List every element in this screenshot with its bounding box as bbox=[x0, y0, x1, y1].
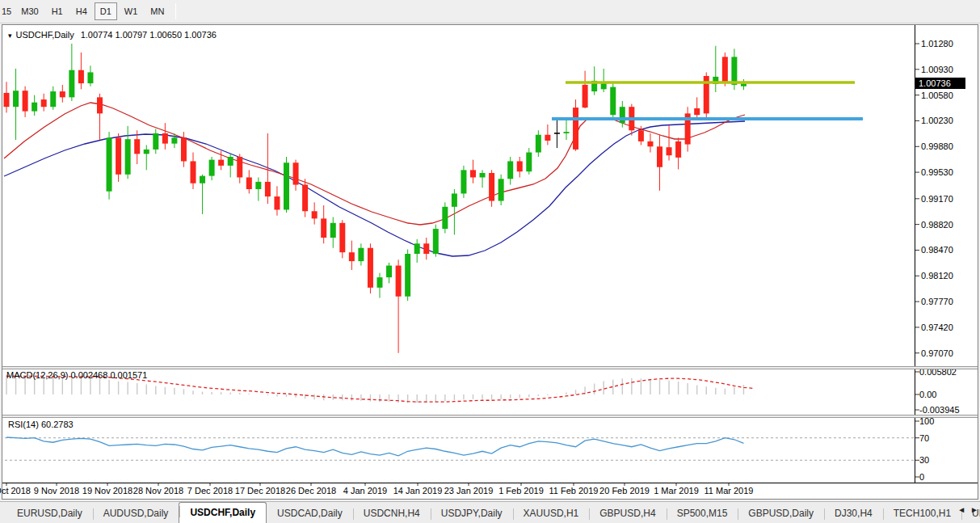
candle-body[interactable] bbox=[78, 70, 84, 83]
tab-gbpusd-h4[interactable]: GBPUSD,H4 bbox=[589, 505, 666, 523]
candle-body[interactable] bbox=[583, 85, 588, 108]
candle-body[interactable] bbox=[442, 207, 448, 229]
timeframe-button-mn[interactable]: MN bbox=[145, 2, 170, 20]
tab-scroll-left-icon[interactable]: ◄ bbox=[957, 505, 965, 514]
candle-body[interactable] bbox=[638, 130, 644, 141]
candle-body[interactable] bbox=[498, 179, 504, 200]
tab-tech100-h1[interactable]: TECH100,H1 bbox=[883, 505, 961, 523]
collapse-arrow-icon[interactable]: ▾ bbox=[8, 32, 12, 40]
candle-body[interactable] bbox=[620, 107, 625, 123]
candle-body[interactable] bbox=[564, 132, 570, 133]
candle-body[interactable] bbox=[41, 99, 47, 107]
candle-body[interactable] bbox=[368, 248, 373, 288]
tab-audusd-daily[interactable]: AUDUSD,Daily bbox=[93, 505, 179, 523]
candle-body[interactable] bbox=[116, 137, 121, 174]
candle-body[interactable] bbox=[330, 223, 336, 238]
timeframe-button-15[interactable]: 15 bbox=[1, 2, 14, 20]
candle-body[interactable] bbox=[171, 137, 177, 143]
tab-dj30-h4[interactable]: DJ30,H4 bbox=[824, 505, 883, 523]
candle-body[interactable] bbox=[60, 91, 65, 97]
timeframe-button-m30[interactable]: M30 bbox=[15, 2, 44, 20]
candle-body[interactable] bbox=[573, 108, 578, 150]
candle-body[interactable] bbox=[452, 193, 457, 206]
chart-plot-area[interactable] bbox=[0, 0, 980, 523]
candle-body[interactable] bbox=[414, 243, 420, 254]
candle-body[interactable] bbox=[312, 211, 318, 218]
candle-body[interactable] bbox=[321, 218, 326, 238]
tab-usdcad-daily[interactable]: USDCAD,Daily bbox=[267, 505, 353, 523]
candle-body[interactable] bbox=[349, 252, 355, 261]
candle-body[interactable] bbox=[97, 97, 103, 113]
pane-splitter-rsi[interactable] bbox=[2, 415, 978, 418]
candle-body[interactable] bbox=[191, 161, 196, 183]
candle-body[interactable] bbox=[200, 176, 205, 183]
candle-body[interactable] bbox=[507, 161, 513, 179]
candle-body[interactable] bbox=[545, 135, 550, 141]
candle-body[interactable] bbox=[69, 70, 74, 98]
candle-body[interactable] bbox=[423, 243, 429, 254]
candle-body[interactable] bbox=[265, 182, 271, 196]
candle-body[interactable] bbox=[209, 160, 215, 176]
candle-body[interactable] bbox=[405, 254, 410, 297]
price-axis-label: 0.98120 bbox=[921, 271, 953, 280]
candle-body[interactable] bbox=[358, 248, 364, 261]
candle-body[interactable] bbox=[601, 83, 607, 89]
candle-body[interactable] bbox=[125, 139, 131, 175]
candle-body[interactable] bbox=[722, 57, 728, 82]
candle-body[interactable] bbox=[657, 146, 662, 167]
candle-body[interactable] bbox=[461, 170, 466, 193]
candle-body[interactable] bbox=[647, 141, 653, 146]
candle-body[interactable] bbox=[536, 135, 541, 153]
tab-xauusd-h1[interactable]: XAUUSD,H1 bbox=[513, 505, 590, 523]
candle-body[interactable] bbox=[667, 147, 672, 155]
candle-body[interactable] bbox=[246, 177, 252, 189]
timeframe-button-h1[interactable]: H1 bbox=[46, 2, 69, 20]
candle-body[interactable] bbox=[433, 229, 439, 254]
candle-body[interactable] bbox=[741, 83, 747, 86]
candle-body[interactable] bbox=[218, 160, 224, 166]
tab-usdcnh-h4[interactable]: USDCNH,H4 bbox=[353, 505, 431, 523]
candle-body[interactable] bbox=[302, 185, 308, 212]
candle-body[interactable] bbox=[181, 137, 187, 161]
candle-body[interactable] bbox=[32, 103, 37, 112]
candle-body[interactable] bbox=[284, 162, 289, 209]
pane-splitter-macd[interactable] bbox=[2, 366, 978, 369]
candle-body[interactable] bbox=[396, 266, 402, 297]
candle-body[interactable] bbox=[13, 91, 19, 107]
timeframe-button-d1[interactable]: D1 bbox=[95, 2, 117, 20]
candle-body[interactable] bbox=[23, 91, 28, 111]
candle-body[interactable] bbox=[489, 173, 494, 201]
tab-gbpusd-daily[interactable]: GBPUSD,Daily bbox=[738, 505, 824, 523]
candle-body[interactable] bbox=[153, 133, 158, 150]
candle-body[interactable] bbox=[470, 170, 476, 177]
candle-body[interactable] bbox=[144, 150, 149, 154]
tab-eurusd-daily[interactable]: EURUSD,Daily bbox=[6, 505, 93, 523]
candle-body[interactable] bbox=[339, 223, 345, 252]
candle-body[interactable] bbox=[4, 93, 10, 107]
candle-body[interactable] bbox=[377, 277, 383, 288]
candle-body[interactable] bbox=[480, 173, 486, 177]
candle-body[interactable] bbox=[526, 153, 532, 172]
candle-body[interactable] bbox=[610, 87, 616, 116]
candle-body[interactable] bbox=[731, 57, 737, 85]
candle-body[interactable] bbox=[694, 108, 700, 115]
candle-body[interactable] bbox=[50, 91, 56, 107]
candle-body[interactable] bbox=[675, 141, 681, 158]
candle-body[interactable] bbox=[274, 196, 280, 209]
candle-body[interactable] bbox=[386, 266, 392, 278]
timeframe-button-h4[interactable]: H4 bbox=[70, 2, 93, 20]
tab-usdjpy-daily[interactable]: USDJPY,Daily bbox=[431, 505, 513, 523]
candle-body[interactable] bbox=[134, 139, 140, 154]
candle-body[interactable] bbox=[228, 157, 233, 166]
candle-body[interactable] bbox=[293, 162, 299, 184]
candle-body[interactable] bbox=[162, 133, 168, 144]
candle-body[interactable] bbox=[87, 72, 93, 83]
timeframe-button-w1[interactable]: W1 bbox=[119, 2, 144, 20]
tab-scroll-right-icon[interactable]: ► bbox=[970, 505, 978, 514]
candle-body[interactable] bbox=[237, 157, 242, 177]
tab-sp500-m15[interactable]: SP500,M15 bbox=[667, 505, 738, 523]
candle-body[interactable] bbox=[107, 137, 112, 191]
candle-body[interactable] bbox=[517, 161, 523, 171]
tab-usdchf-daily[interactable]: USDCHF,Daily bbox=[179, 502, 267, 523]
candle-body[interactable] bbox=[255, 182, 261, 189]
